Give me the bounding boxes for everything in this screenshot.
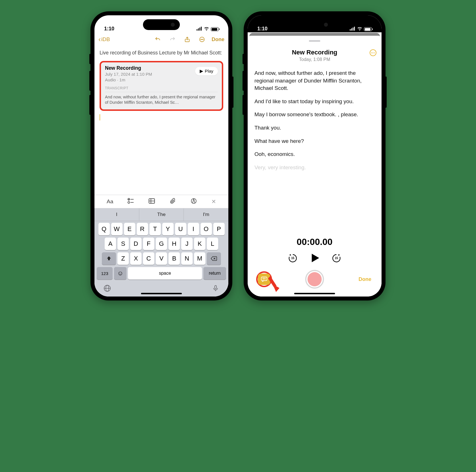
key-j[interactable]: J <box>181 238 193 250</box>
svg-point-11 <box>128 202 130 204</box>
svg-rect-1 <box>198 28 199 31</box>
svg-rect-25 <box>353 27 353 31</box>
backspace-key[interactable] <box>207 252 221 265</box>
transcript-line: Very, very interesting. <box>254 164 375 172</box>
numbers-key[interactable]: 123 <box>97 267 113 280</box>
status-time: 1:10 <box>104 26 114 32</box>
svg-point-8 <box>203 39 203 40</box>
transcript-label: TRANSCRIPT <box>105 86 218 92</box>
attach-icon[interactable] <box>169 198 176 205</box>
transcript-line: And now, without further ado, I present … <box>254 69 375 92</box>
key-y[interactable]: Y <box>162 223 174 235</box>
svg-text:15: 15 <box>291 257 294 260</box>
key-o[interactable]: O <box>201 223 212 235</box>
done-button[interactable]: Done <box>359 276 371 282</box>
svg-point-7 <box>202 39 202 40</box>
key-u[interactable]: U <box>175 223 186 235</box>
redo-icon <box>168 35 177 44</box>
skip-forward-icon[interactable]: 15 <box>332 253 341 263</box>
key-c[interactable]: C <box>143 252 154 265</box>
annotation-arrow <box>268 276 279 293</box>
skip-back-icon[interactable]: 15 <box>288 253 298 263</box>
play-icon[interactable] <box>309 252 320 264</box>
key-g[interactable]: G <box>156 238 167 250</box>
notes-toolbar: ‹iDB Done <box>94 32 228 46</box>
key-z[interactable]: Z <box>117 252 129 265</box>
recording-subtitle: Today, 1:08 PM <box>253 57 376 62</box>
transcript-line: What have we here? <box>254 137 375 145</box>
undo-icon[interactable] <box>153 35 162 44</box>
key-m[interactable]: M <box>194 252 205 265</box>
share-icon[interactable] <box>183 35 192 44</box>
key-q[interactable]: Q <box>98 223 110 235</box>
transcript-snippet: And now, without further ado, I present … <box>105 94 218 105</box>
cellular-icon <box>197 27 202 32</box>
svg-rect-0 <box>197 29 197 31</box>
svg-rect-26 <box>354 27 355 31</box>
battery-icon <box>364 27 372 31</box>
key-e[interactable]: E <box>124 223 135 235</box>
format-toolbar: Aa ✕ <box>94 195 228 208</box>
svg-rect-22 <box>215 285 216 289</box>
svg-point-6 <box>201 39 201 40</box>
record-button[interactable] <box>305 270 324 289</box>
back-button[interactable]: ‹iDB <box>98 35 110 43</box>
play-icon: ▶ <box>200 69 203 74</box>
text-style-button[interactable]: Aa <box>107 198 113 205</box>
key-b[interactable]: B <box>169 252 180 265</box>
key-h[interactable]: H <box>169 238 180 250</box>
home-indicator[interactable] <box>141 293 182 294</box>
svg-rect-23 <box>350 29 351 31</box>
recording-attachment[interactable]: New Recording July 17, 2024 at 1:10 PM A… <box>100 61 223 111</box>
keyboard-suggestions: I The I'm <box>94 208 228 221</box>
key-v[interactable]: V <box>156 252 167 265</box>
key-d[interactable]: D <box>130 238 142 250</box>
note-text[interactable]: Live recording of Business Lecture by Mr… <box>100 49 223 56</box>
checklist-icon[interactable] <box>127 198 134 205</box>
key-x[interactable]: X <box>130 252 142 265</box>
suggestion[interactable]: I <box>94 208 139 221</box>
transcript-body[interactable]: And now, without further ado, I present … <box>248 64 382 235</box>
globe-icon[interactable] <box>104 285 111 293</box>
key-r[interactable]: R <box>137 223 148 235</box>
key-a[interactable]: A <box>105 238 116 250</box>
key-p[interactable]: P <box>213 223 225 235</box>
key-n[interactable]: N <box>181 252 193 265</box>
table-icon[interactable] <box>148 198 155 205</box>
keyboard: QWERTYUIOP ASDFGHJKL ZXCVBNM 123 ☺ space… <box>94 221 228 297</box>
cellular-icon <box>350 27 355 32</box>
transcript-line: And I'd like to start today by inspiring… <box>254 98 375 105</box>
emoji-key[interactable]: ☺ <box>114 267 127 280</box>
battery-icon <box>211 27 219 31</box>
transcript-line: Thank you. <box>254 124 375 132</box>
more-button[interactable]: ••• <box>370 49 376 56</box>
done-button[interactable]: Done <box>212 37 224 43</box>
dictate-icon[interactable] <box>212 285 219 293</box>
recording-title: New Recording <box>253 49 376 56</box>
home-indicator[interactable] <box>294 293 335 294</box>
svg-rect-24 <box>351 28 352 31</box>
text-cursor <box>100 114 100 120</box>
key-w[interactable]: W <box>111 223 123 235</box>
svg-point-30 <box>263 279 264 279</box>
suggestion[interactable]: I'm <box>184 208 228 221</box>
key-i[interactable]: I <box>188 223 199 235</box>
key-t[interactable]: T <box>149 223 161 235</box>
more-icon[interactable] <box>197 35 207 44</box>
key-l[interactable]: L <box>207 238 218 250</box>
close-keyboard-icon[interactable]: ✕ <box>211 198 216 205</box>
suggestion[interactable]: The <box>139 208 184 221</box>
play-button[interactable]: ▶Play <box>195 67 218 75</box>
wifi-icon <box>357 27 362 32</box>
transcript-line: May I borrow someone's textbook. , pleas… <box>254 111 375 118</box>
shift-key[interactable] <box>102 252 116 265</box>
key-f[interactable]: F <box>143 238 154 250</box>
return-key[interactable]: return <box>203 267 226 280</box>
space-key[interactable]: space <box>128 267 202 280</box>
svg-rect-3 <box>201 27 202 31</box>
sheet-grabber[interactable] <box>248 38 382 44</box>
key-s[interactable]: S <box>117 238 129 250</box>
key-k[interactable]: K <box>194 238 205 250</box>
playback-timer: 00:00.00 <box>250 237 379 247</box>
drawing-icon[interactable] <box>190 198 197 205</box>
